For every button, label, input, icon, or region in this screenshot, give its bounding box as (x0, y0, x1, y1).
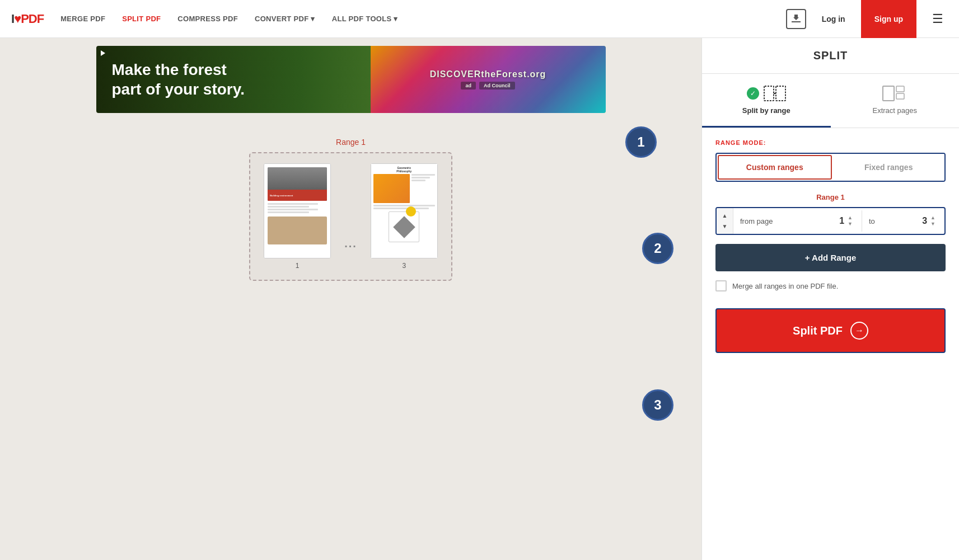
ad-right-section: DISCOVERtheForest.org ad Ad Council (371, 46, 606, 113)
split-pdf-button[interactable]: Split PDF → (715, 308, 946, 353)
page-thumb-1-inner: Building environment (264, 164, 330, 258)
download-icon (786, 9, 806, 29)
hamburger-menu-icon[interactable]: ☰ (928, 7, 948, 31)
main-layout: Make the forestpart of your story. DISCO… (0, 38, 959, 560)
left-panel: Make the forestpart of your story. DISCO… (0, 38, 701, 560)
chevron-down-icon: ▾ (311, 15, 315, 23)
fixed-ranges-button[interactable]: Fixed ranges (833, 154, 945, 181)
content-main: 1 2 3 Range 1 (0, 121, 701, 298)
add-range-button[interactable]: + Add Range (715, 244, 946, 271)
range-inputs: ▲ ▼ from page 1 ▲ ▼ (715, 207, 946, 235)
tab-extract-label: Extract pages (873, 106, 918, 115)
page1-line (268, 209, 318, 210)
from-page-spinner[interactable]: ▲ ▼ (845, 215, 855, 227)
range-from-value: 1 ▲ ▼ (839, 215, 855, 227)
step-3-circle: 3 (642, 389, 673, 421)
page1-line (268, 211, 309, 213)
page-number-1: 1 (296, 262, 300, 270)
ad-badge-council: Ad Council (479, 82, 515, 90)
page-number-3: 3 (402, 262, 406, 270)
range-from: from page 1 ▲ ▼ (733, 210, 862, 232)
range-1-section: Range 1 ▲ ▼ from page 1 ▲ ▼ (715, 193, 946, 235)
page1-bottom-image (268, 217, 327, 244)
page-card-3: GeometricPhilosophy (371, 163, 438, 270)
ad-badge-ad: ad (461, 82, 476, 90)
nav-split[interactable]: SPLIT PDF (122, 15, 161, 23)
to-page-up[interactable]: ▲ (928, 215, 938, 221)
check-badge: ✓ (747, 87, 759, 100)
range-down-button[interactable]: ▼ (718, 221, 732, 232)
split-range-icon (764, 85, 786, 102)
range-reorder-control[interactable]: ▲ ▼ (717, 208, 733, 234)
nav-merge[interactable]: MERGE PDF (60, 15, 105, 23)
page1-lines (268, 203, 327, 213)
step-1-circle: 1 (625, 126, 657, 158)
ad-main-text: Make the forestpart of your story. (112, 60, 245, 99)
svg-marker-1 (793, 15, 799, 20)
merge-check: Merge all ranges in one PDF file. (715, 280, 946, 291)
tab-extract-pages[interactable]: Extract pages (831, 74, 960, 128)
page1-line (268, 203, 318, 205)
ad-banner-content: Make the forestpart of your story. DISCO… (96, 46, 606, 113)
range-mode-label: RANGE MODE: (715, 139, 946, 146)
ad-badges: ad Ad Council (461, 82, 514, 90)
right-content: RANGE MODE: Custom ranges Fixed ranges R… (702, 128, 959, 560)
from-page-number: 1 (839, 216, 844, 226)
logo[interactable]: I♥PDF (11, 12, 44, 26)
range-container: Range 1 Building environment (249, 138, 452, 281)
merge-checkbox[interactable] (715, 280, 727, 291)
split-pdf-label: Split PDF (793, 324, 843, 337)
page-thumb-3: GeometricPhilosophy (371, 163, 438, 258)
split-pdf-arrow-icon: → (850, 322, 868, 340)
to-page-down[interactable]: ▼ (928, 221, 938, 227)
range-up-button[interactable]: ▲ (718, 210, 732, 221)
dots-separator: ··· (344, 240, 357, 270)
range-to: to 3 ▲ ▼ (862, 210, 944, 232)
split-mode-tabs: ✓ Split by range Extract pages (702, 74, 959, 128)
nav-compress[interactable]: COMPRESS PDF (177, 15, 238, 23)
ad-banner: Make the forestpart of your story. DISCO… (96, 46, 606, 113)
nav-all-tools[interactable]: ALL PDF TOOLS ▾ (332, 15, 398, 23)
logo-text: I♥PDF (11, 12, 44, 26)
to-page-spinner[interactable]: ▲ ▼ (928, 215, 938, 227)
custom-ranges-button[interactable]: Custom ranges (718, 155, 832, 180)
svg-rect-3 (776, 86, 785, 101)
step-2-circle: 2 (642, 233, 673, 264)
signup-button[interactable]: Sign up (861, 0, 916, 38)
header-right: Log in Sign up ☰ (786, 0, 948, 38)
chevron-down-icon: ▾ (394, 15, 397, 23)
download-button[interactable] (786, 9, 806, 29)
page1-line (268, 206, 309, 208)
tab-split-by-range[interactable]: ✓ Split by range (702, 74, 831, 128)
from-page-up[interactable]: ▲ (845, 215, 855, 221)
svg-rect-0 (792, 21, 801, 22)
login-button[interactable]: Log in (814, 10, 853, 28)
page1-image-block: Building environment (268, 167, 327, 201)
merge-label: Merge all ranges in one PDF file. (732, 282, 838, 290)
mode-buttons: Custom ranges Fixed ranges (715, 153, 946, 182)
range-box: Building environment (249, 152, 452, 281)
svg-rect-2 (764, 86, 774, 101)
logo-pdf: PDF (21, 12, 44, 26)
ad-text-left: Make the forestpart of your story. (96, 60, 261, 99)
header: I♥PDF MERGE PDF SPLIT PDF COMPRESS PDF C… (0, 0, 959, 38)
ad-colorful-bg: DISCOVERtheForest.org ad Ad Council (371, 46, 606, 113)
from-page-label: from page (740, 217, 773, 225)
range-label: Range 1 (336, 138, 366, 147)
page-thumb-1: Building environment (264, 163, 331, 258)
split-title: SPLIT (702, 38, 959, 74)
to-label: to (869, 217, 875, 225)
range-1-label: Range 1 (715, 193, 946, 201)
nav-convert[interactable]: CONVERT PDF ▾ (255, 15, 315, 23)
right-panel: SPLIT ✓ Split by range (701, 38, 959, 560)
ad-discover-text: DISCOVERtheForest.org (430, 69, 546, 79)
main-nav: MERGE PDF SPLIT PDF COMPRESS PDF CONVERT… (60, 15, 785, 23)
to-page-number: 3 (922, 216, 927, 226)
logo-heart: ♥ (14, 12, 21, 26)
page-card-1: Building environment (264, 163, 331, 270)
range-to-value: 3 ▲ ▼ (922, 215, 938, 227)
extract-pages-icon (882, 85, 907, 102)
page-thumb-3-inner: GeometricPhilosophy (371, 164, 437, 258)
from-page-down[interactable]: ▼ (845, 221, 855, 227)
ad-play-indicator (101, 50, 105, 56)
